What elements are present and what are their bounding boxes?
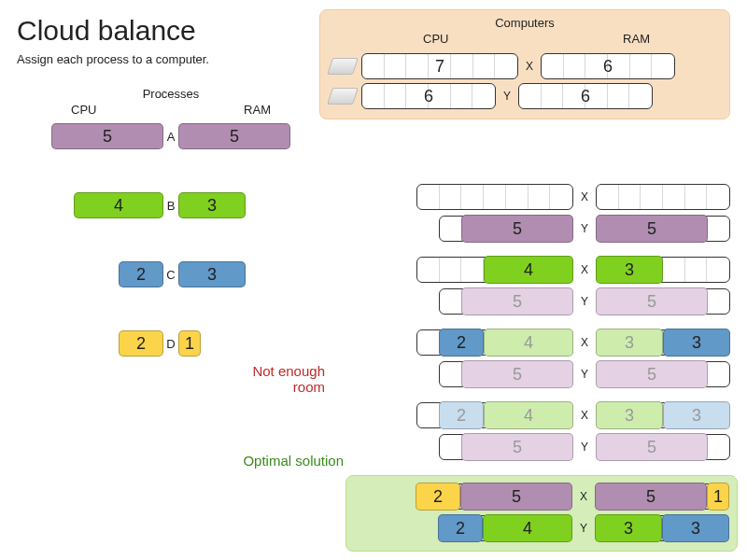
capacity-bar	[416, 184, 573, 210]
process-chunk: 5	[596, 287, 708, 315]
computers-header: Computers CPU RAM	[330, 16, 720, 46]
process-chunk: 5	[51, 123, 163, 149]
process-chunk: 2	[439, 401, 484, 429]
process-row-D: 2D1	[17, 331, 325, 356]
capacity-bar	[596, 184, 730, 210]
solution-row: 24Y33	[354, 515, 729, 541]
computer-label: Y	[579, 295, 590, 308]
process-chunk: 5	[596, 215, 708, 243]
computer-icon	[327, 58, 359, 75]
capacity-value: 7	[361, 53, 518, 79]
computers-header-top: Computers	[330, 16, 720, 30]
process-chunk: 2	[119, 261, 163, 287]
process-chunk: 4	[484, 401, 573, 429]
process-chunk: 4	[483, 514, 572, 542]
solution-block-1: 4X35Y5	[353, 257, 730, 315]
solution-row: 5Y5	[353, 288, 730, 315]
solution-row: 5Y5	[353, 434, 730, 460]
solution-row: X	[353, 184, 730, 210]
process-chunk: 3	[663, 329, 730, 357]
process-label: C	[162, 268, 179, 282]
process-chunk: 3	[596, 401, 663, 429]
solution-row: 5Y5	[353, 361, 730, 387]
computer-label: X	[579, 336, 590, 349]
computer-label: Y	[579, 441, 590, 454]
process-chunk: 3	[596, 329, 663, 357]
computers-header-ram: RAM	[623, 32, 650, 46]
computer-label: X	[578, 490, 589, 503]
computer-label: Y	[579, 222, 590, 235]
process-label: A	[162, 130, 179, 144]
process-chunk: 2	[416, 483, 460, 511]
process-chunk: 4	[74, 192, 163, 218]
process-label: D	[162, 337, 179, 351]
process-chunk: 1	[178, 330, 201, 357]
annot-optimal: Optimal solution	[213, 453, 344, 469]
computer-label: Y	[578, 522, 589, 535]
solution-block-0: X5Y5	[353, 184, 730, 242]
annot-not-enough: Not enoughroom	[222, 363, 325, 396]
process-chunk: 3	[662, 514, 729, 542]
solution-block-3: 24X335Y5	[353, 402, 730, 460]
computer-label: X	[579, 263, 590, 276]
computer-label: X	[579, 190, 590, 203]
process-chunk: 1	[707, 483, 729, 511]
computer-label: Y	[579, 368, 590, 381]
process-chunk: 5	[461, 433, 573, 461]
process-chunk: 2	[439, 329, 484, 357]
processes-header-ram: RAM	[244, 103, 271, 117]
process-chunk: 2	[119, 330, 163, 357]
solution-block-4: 25X5124Y33	[345, 475, 738, 552]
process-label: B	[162, 199, 179, 213]
computers-header-cpu: CPU	[423, 32, 448, 46]
process-chunk: 3	[178, 192, 246, 218]
process-chunk: 3	[663, 401, 730, 429]
capacity-value: 6	[541, 53, 675, 79]
computer-label: X	[524, 60, 535, 73]
process-chunk: 3	[178, 261, 246, 287]
processes-header: Processes CPU RAM	[17, 87, 325, 117]
solution-block-2: 24X335Y5	[353, 329, 730, 387]
process-chunk: 5	[461, 215, 573, 243]
process-chunk: 3	[595, 514, 662, 542]
process-row-B: 4B3	[17, 193, 325, 217]
process-chunk: 5	[461, 287, 573, 315]
processes-header-top: Processes	[17, 87, 325, 101]
solution-row: 24X33	[353, 402, 730, 428]
processes-header-cpu: CPU	[71, 103, 96, 117]
process-row-A: 5A5	[17, 124, 325, 148]
process-row-C: 2C3	[17, 262, 325, 287]
solution-row: 25X51	[354, 483, 729, 510]
process-chunk: 5	[595, 483, 707, 511]
computer-row-X: 7X6	[330, 53, 720, 79]
process-chunk: 4	[484, 256, 573, 284]
solution-row: 4X3	[353, 257, 730, 283]
process-chunk: 3	[596, 256, 663, 284]
solution-row: 5Y5	[353, 216, 730, 242]
process-chunk: 5	[461, 360, 573, 388]
process-chunk: 5	[596, 433, 708, 461]
process-chunk: 5	[178, 123, 290, 149]
computer-label: X	[579, 409, 590, 422]
process-chunk: 4	[484, 329, 573, 357]
process-chunk: 5	[460, 483, 572, 511]
process-chunk: 5	[596, 360, 708, 388]
solution-row: 24X33	[353, 329, 730, 356]
process-chunk: 2	[438, 514, 483, 542]
